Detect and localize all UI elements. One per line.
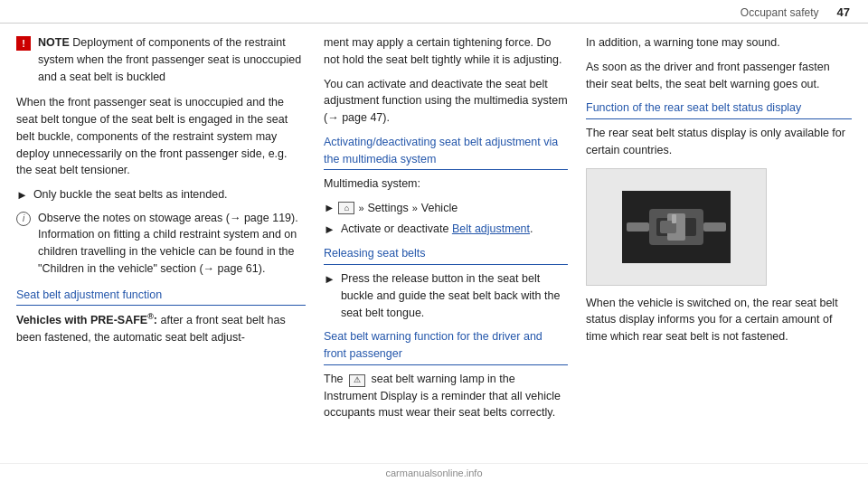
- note-icon: !: [16, 36, 31, 51]
- info-icon: i: [16, 212, 31, 226]
- right-body4: When the vehicle is switched on, the rea…: [586, 295, 852, 345]
- middle-continuation: ment may apply a certain tightening forc…: [324, 34, 568, 69]
- section-heading-warning: Seat belt warning function for the drive…: [324, 328, 568, 365]
- section-heading-releasing: Releasing seat belts: [324, 245, 568, 265]
- releasing-text: Press the release button in the seat bel…: [341, 270, 568, 321]
- vehicle-label: Vehicle: [421, 200, 458, 217]
- middle-body2: You can activate and deactivate the seat…: [324, 76, 568, 127]
- info-text: Observe the notes on stowage areas (→ pa…: [38, 210, 306, 278]
- left-body1: When the front passenger seat is unoccup…: [16, 94, 306, 179]
- settings-label: Settings: [368, 200, 409, 217]
- right-body2: As soon as the driver and front passenge…: [586, 59, 852, 93]
- header-bar: Occupant safety 47: [0, 0, 868, 24]
- bullet-releasing: ► Press the release button in the seat b…: [324, 270, 568, 321]
- media-arrow-right: ►: [324, 200, 335, 217]
- bullet-activate: ► Activate or deactivate Belt adjustment…: [324, 221, 568, 239]
- reg-mark: ®: [147, 312, 154, 321]
- info-box: i Observe the notes on stowage areas (→ …: [16, 210, 306, 278]
- left-subsection: Vehicles with PRE-SAFE®: after a front s…: [16, 311, 306, 346]
- svg-rect-5: [672, 214, 676, 223]
- bullet-item-1: ► Only buckle the seat belts as intended…: [16, 186, 306, 204]
- multimedia-label: Multimedia system:: [324, 175, 568, 193]
- right-body1: In addition, a warning tone may sound.: [586, 34, 852, 52]
- arrow-double-2: »: [412, 201, 418, 216]
- note-box: ! NOTE Deployment of components of the r…: [16, 34, 306, 85]
- seatbelt-warning-icon: ⚠: [349, 374, 365, 387]
- bullet-arrow-activate: ►: [324, 221, 335, 239]
- right-body3: The rear seat belt status display is onl…: [586, 125, 852, 159]
- middle-column: ment may apply a certain tightening forc…: [324, 34, 568, 452]
- section-heading-rear: Function of the rear seat belt status di…: [586, 99, 852, 119]
- left-column: ! NOTE Deployment of components of the r…: [16, 34, 306, 452]
- svg-rect-6: [627, 222, 649, 232]
- seatbelt-svg: [622, 191, 731, 263]
- footer-bar: carmanualsonline.info: [0, 463, 868, 482]
- subsection-label: Vehicles with PRE-SAFE®:: [16, 314, 157, 326]
- footer-url: carmanualsonline.info: [385, 468, 482, 478]
- right-column: In addition, a warning tone may sound. A…: [586, 34, 852, 452]
- header-page: 47: [837, 5, 850, 19]
- svg-rect-7: [703, 222, 726, 232]
- bullet-arrow-icon: ►: [16, 186, 28, 204]
- activate-text: Activate or deactivate Belt adjustment.: [341, 221, 533, 239]
- bullet-text-1: Only buckle the seat belts as intended.: [33, 186, 228, 204]
- warning-body: The ⚠ seat belt warning lamp in the Inst…: [324, 371, 568, 421]
- content-area: ! NOTE Deployment of components of the r…: [0, 24, 868, 463]
- note-keyword: NOTE: [38, 36, 70, 49]
- page-container: Occupant safety 47 ! NOTE Deployment of …: [0, 0, 868, 482]
- seatbelt-image: [586, 168, 767, 286]
- section-heading-belt-adjustment: Seat belt adjustment function: [16, 287, 306, 307]
- bullet-arrow-releasing: ►: [324, 270, 335, 321]
- media-icon-row: ► ⌂ » Settings » Vehicle: [324, 200, 568, 217]
- section-heading-activating: Activating/deactivating seat belt adjust…: [324, 134, 568, 171]
- media-home-icon: ⌂: [338, 202, 354, 214]
- header-title: Occupant safety: [741, 6, 819, 19]
- note-text: NOTE Deployment of components of the res…: [38, 34, 306, 85]
- arrow-double-1: »: [358, 201, 363, 216]
- note-body: Deployment of components of the restrain…: [38, 36, 301, 83]
- belt-adjustment-link[interactable]: Belt adjustment: [452, 222, 530, 235]
